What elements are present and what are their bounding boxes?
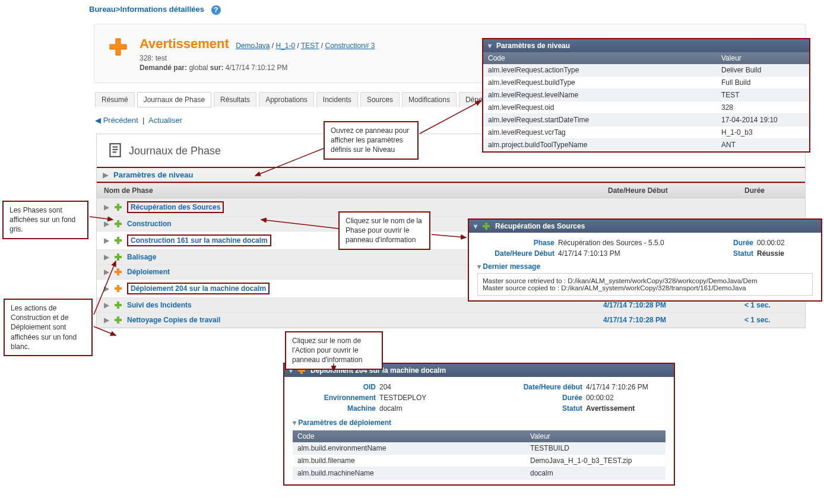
- phase-row[interactable]: ▶Récupération des Sources: [97, 198, 805, 217]
- chevron-right-icon: ▶: [104, 253, 109, 261]
- success-plus-icon: [482, 222, 490, 230]
- chevron-right-icon: ▶: [104, 268, 109, 276]
- nav-links: ◀ Précédent | Actualiser: [95, 116, 182, 125]
- phase-link[interactable]: Construction: [127, 220, 172, 228]
- callout-a: Ouvrez ce panneau pour afficher les para…: [324, 121, 419, 160]
- phase-link[interactable]: Déploiement 204 sur la machine docalm: [127, 283, 270, 294]
- phase-row[interactable]: ▶Nettoyage Copies de travail4/17/14 7:10…: [97, 313, 805, 328]
- callout-e: Cliquez sur le nom de l'Action pour ouvr…: [285, 331, 383, 370]
- status-plus-icon: [114, 301, 122, 309]
- phase-link[interactable]: Construction 161 sur la machine docalm: [127, 234, 271, 246]
- callout-b: Les Phases sont affichées sur un fond gr…: [2, 201, 88, 239]
- tab-bar: Résumé Journaux de Phase Résultats Appro…: [95, 92, 516, 107]
- level-params-link[interactable]: Paramètres de niveau: [113, 170, 193, 179]
- status-plus-icon: [114, 268, 122, 276]
- chevron-right-icon: ▶: [104, 316, 109, 324]
- warning-plus-icon: [106, 35, 123, 52]
- chevron-right-icon: ▶: [104, 203, 109, 211]
- tab-sources[interactable]: Sources: [360, 92, 400, 107]
- panel-title: Journaux de Phase: [129, 145, 221, 157]
- phase-link[interactable]: Balisage: [127, 253, 156, 261]
- phase-duration: < 1 sec.: [744, 316, 798, 324]
- callout-c: Cliquez sur le nom de la Phase pour ouvr…: [338, 211, 430, 250]
- tab-approvals[interactable]: Approbations: [259, 92, 314, 107]
- bc-link-level[interactable]: TEST: [301, 42, 319, 50]
- chevron-right-icon: ▶: [104, 284, 109, 293]
- level-params-popover: ▾Paramètres de niveau CodeValeur alm.lev…: [482, 38, 810, 153]
- status-plus-icon: [114, 220, 122, 228]
- tab-modifications[interactable]: Modifications: [402, 92, 457, 107]
- bc-link-project[interactable]: DemoJava: [236, 42, 270, 50]
- status-plus-icon: [114, 203, 122, 211]
- chevron-down-icon: ▾: [488, 42, 492, 50]
- recup-popover: ▾ Récupération des Sources PhaseRécupéra…: [468, 218, 822, 302]
- tab-results[interactable]: Résultats: [214, 92, 256, 107]
- col-dur: Durée: [744, 186, 798, 195]
- prev-link[interactable]: Précédent: [103, 116, 138, 125]
- page-title: Avertissement: [140, 36, 229, 52]
- chevron-right-icon: ▶: [103, 170, 109, 179]
- phase-date: 4/17/14 7:10:28 PM: [603, 316, 740, 324]
- refresh-link[interactable]: Actualiser: [148, 116, 182, 125]
- phase-link[interactable]: Nettoyage Copies de travail: [127, 316, 220, 324]
- status-plus-icon: [114, 236, 122, 245]
- callout-d: Les actions de Construction et de Déploi…: [4, 299, 93, 356]
- tab-phase-logs[interactable]: Journaux de Phase: [137, 92, 211, 107]
- col-date: Date/Heure Début: [608, 186, 744, 195]
- phase-link[interactable]: Suivi des Incidents: [127, 301, 192, 309]
- breadcrumb: Bureau>Informations détaillées ?: [89, 5, 221, 15]
- phase-duration: < 1 sec.: [744, 301, 798, 309]
- tab-resume[interactable]: Résumé: [95, 92, 135, 107]
- status-plus-icon: [114, 284, 122, 293]
- phase-link[interactable]: Déploiement: [127, 268, 170, 276]
- status-plus-icon: [114, 253, 122, 261]
- deploy-popover: ▾ Déploiement 204 sur la machine docalm …: [283, 363, 675, 486]
- chevron-right-icon: ▶: [104, 301, 109, 309]
- tab-incidents[interactable]: Incidents: [316, 92, 358, 107]
- phase-date: 4/17/14 7:10:28 PM: [603, 301, 740, 309]
- chevron-down-icon[interactable]: ▾: [293, 419, 296, 427]
- phase-table-header: Nom de Phase Date/Heure Début Durée: [97, 183, 805, 198]
- status-plus-icon: [114, 316, 122, 324]
- document-icon: [107, 142, 123, 160]
- chevron-down-icon: ▾: [474, 222, 477, 230]
- level-params-bar[interactable]: ▶ Paramètres de niveau: [97, 167, 805, 183]
- chevron-right-icon: ▶: [104, 220, 109, 228]
- breadcrumb-links: DemoJava / H_1-0 / TEST / Construction# …: [236, 42, 375, 50]
- bc-link-build[interactable]: Construction# 3: [325, 42, 375, 50]
- bc-link-version[interactable]: H_1-0: [276, 42, 296, 50]
- phase-link[interactable]: Récupération des Sources: [127, 201, 224, 213]
- col-name: Nom de Phase: [104, 186, 608, 195]
- chevron-down-icon[interactable]: ▾: [477, 262, 481, 271]
- chevron-right-icon: ▶: [104, 236, 109, 245]
- help-icon[interactable]: ?: [211, 5, 221, 15]
